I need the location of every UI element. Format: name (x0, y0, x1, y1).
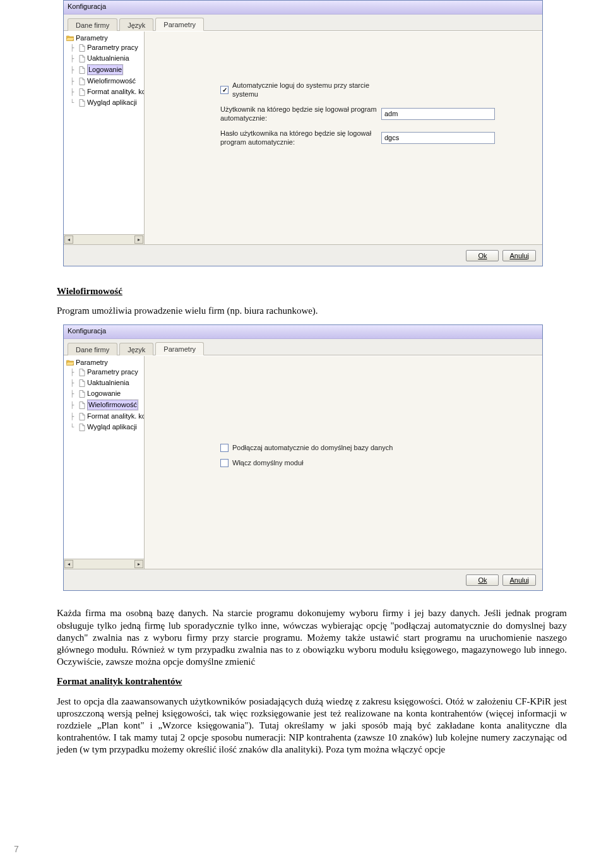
file-icon (79, 401, 85, 409)
scroll-right-icon[interactable]: ▸ (134, 235, 143, 244)
tab-dane-firmy[interactable]: Dane firmy (68, 18, 117, 31)
tree-item-logowanie[interactable]: ├ Logowanie (69, 64, 143, 76)
tree-scrollbar[interactable]: ◂ ▸ (64, 234, 144, 244)
auto-login-checkbox[interactable] (220, 86, 229, 94)
tree-item-wyglad-aplikacji[interactable]: └ Wygląd aplikacji (69, 422, 143, 432)
scroll-left-icon[interactable]: ◂ (64, 560, 73, 568)
file-icon (79, 88, 85, 96)
heading-format-analityk: Format analityk kontrahentów (57, 675, 567, 687)
file-icon (79, 99, 85, 107)
tab-dane-firmy[interactable]: Dane firmy (68, 343, 117, 355)
tab-jezyk[interactable]: Język (119, 343, 153, 355)
file-icon (79, 390, 85, 398)
parameters-tree[interactable]: Parametry ├ Parametry pracy ├ Uaktualnie… (64, 356, 144, 559)
dialog-title: Konfiguracja (68, 3, 106, 10)
file-icon (79, 413, 85, 420)
tree-pane: Parametry ├ Parametry pracy ├ Uaktualnie… (64, 32, 145, 244)
file-icon (79, 424, 85, 431)
file-icon (79, 379, 85, 387)
tabs-bar: Dane firmy Język Parametry (64, 339, 542, 355)
paragraph: Każda firma ma osobną bazę danych. Na st… (57, 607, 567, 668)
config-dialog-wielofirmowosc: Konfiguracja Dane firmy Język Parametry … (63, 324, 543, 591)
tree-item-wielofirmowosc[interactable]: ├ Wielofirmowość (69, 76, 143, 86)
content-pane-wielofirmowosc: Podłączaj automatycznie do domyślnej baz… (145, 356, 542, 569)
tree-root-parametry[interactable]: Parametry (65, 358, 143, 367)
tree-item-uaktualnienia[interactable]: ├ Uaktualnienia (69, 53, 143, 64)
tree-pane: Parametry ├ Parametry pracy ├ Uaktualnie… (64, 356, 145, 569)
tabs-bar: Dane firmy Język Parametry (64, 15, 542, 31)
auto-connect-db-checkbox[interactable] (220, 444, 229, 452)
tree-item-uaktualnienia[interactable]: ├ Uaktualnienia (69, 378, 143, 388)
dialog-button-bar: Ok Anuluj (64, 244, 542, 266)
tree-item-logowanie[interactable]: ├ Logowanie (69, 388, 143, 399)
file-icon (79, 369, 85, 376)
cancel-button[interactable]: Anuluj (502, 574, 536, 586)
auto-connect-db-label: Podłączaj automatycznie do domyślnej baz… (232, 443, 393, 452)
scroll-left-icon[interactable]: ◂ (64, 235, 73, 244)
tree-item-format-analityk[interactable]: ├ Format analityk. kontr (69, 86, 143, 97)
tab-parametry[interactable]: Parametry (155, 342, 204, 355)
tree-scrollbar[interactable]: ◂ ▸ (64, 559, 144, 569)
folder-open-icon (66, 359, 74, 366)
file-icon (79, 78, 85, 85)
tree-item-parametry-pracy[interactable]: ├ Parametry pracy (69, 367, 143, 378)
auto-login-user-input[interactable] (381, 108, 495, 120)
tree-item-parametry-pracy[interactable]: ├ Parametry pracy (69, 42, 143, 53)
ok-button[interactable]: Ok (466, 574, 499, 586)
parameters-tree[interactable]: Parametry ├ Parametry pracy ├ Uaktualnie… (64, 32, 144, 234)
config-dialog-logowanie: Konfiguracja Dane firmy Język Parametry … (63, 0, 543, 266)
auto-login-pass-input[interactable] (381, 132, 495, 144)
scroll-right-icon[interactable]: ▸ (134, 560, 143, 568)
content-pane-logowanie: Automatycznie loguj do systemu przy star… (145, 32, 542, 244)
paragraph: Program umożliwia prowadzenie wielu firm… (57, 305, 567, 317)
default-module-label: Włącz domyślny moduł (232, 458, 303, 467)
tree-root-parametry[interactable]: Parametry (65, 33, 143, 42)
file-icon (79, 44, 85, 52)
auto-login-pass-label: Hasło użytkownika na którego będzie się … (220, 129, 381, 146)
file-icon (79, 66, 85, 74)
auto-login-label: Automatycznie loguj do systemu przy star… (232, 81, 393, 98)
tree-item-wyglad-aplikacji[interactable]: └ Wygląd aplikacji (69, 97, 143, 108)
dialog-title: Konfiguracja (68, 327, 106, 335)
dialog-titlebar[interactable]: Konfiguracja (64, 1, 542, 15)
folder-open-icon (66, 35, 74, 41)
tab-jezyk[interactable]: Język (119, 18, 153, 31)
ok-button[interactable]: Ok (466, 250, 499, 261)
paragraph: Jest to opcja dla zaawansowanych użytkow… (57, 696, 567, 756)
dialog-titlebar[interactable]: Konfiguracja (64, 325, 542, 339)
default-module-checkbox[interactable] (220, 459, 229, 467)
tree-item-format-analityk[interactable]: ├ Format analityk. kontr (69, 411, 143, 422)
heading-wielofirmowosc: Wielofirmowość (57, 285, 567, 297)
auto-login-user-label: Użytkownik na którego będzie się logował… (220, 105, 381, 122)
file-icon (79, 55, 85, 62)
cancel-button[interactable]: Anuluj (502, 250, 536, 261)
tab-parametry[interactable]: Parametry (155, 18, 204, 31)
tree-item-wielofirmowosc[interactable]: ├ Wielofirmowość (69, 399, 143, 411)
dialog-button-bar: Ok Anuluj (64, 569, 542, 590)
